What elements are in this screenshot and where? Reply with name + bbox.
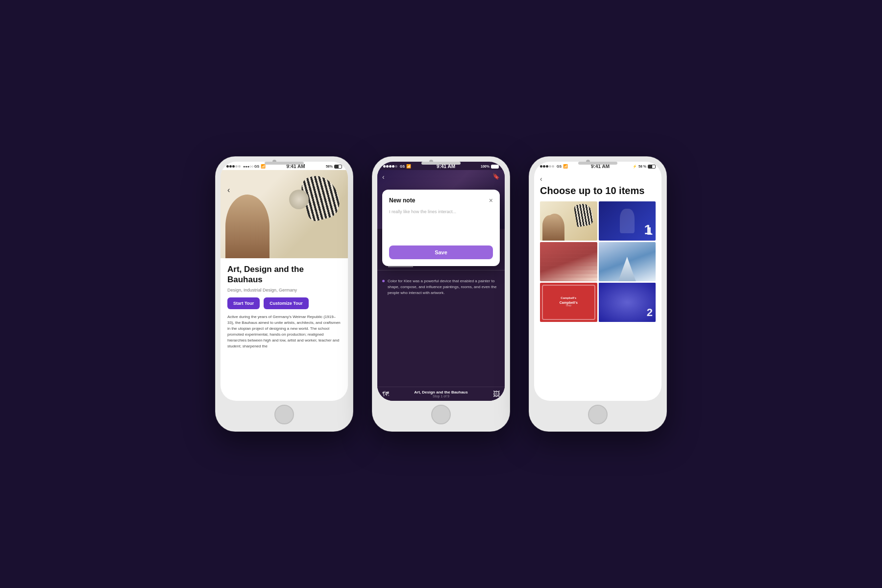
phone3-status-left: GS 📶 <box>540 164 568 169</box>
artwork-cell-5[interactable]: Campbell's Soup <box>540 283 597 322</box>
battery3-body <box>648 165 656 169</box>
phone-1: ●●●○○ GS 📶 9:41 AM 58% <box>216 157 353 431</box>
phone1-header-image: ‹ <box>220 170 348 258</box>
battery3-fill <box>648 165 652 168</box>
art2-figure <box>599 201 656 241</box>
bottom-map-icon[interactable]: 🗺 <box>382 390 389 398</box>
carrier-label: ●●●○○ GS <box>243 165 259 168</box>
phone1-title: Art, Design and the Bauhaus <box>227 264 341 285</box>
modal-note-input[interactable]: I really like how the lines interact... <box>389 208 493 243</box>
wifi2-icon: 📶 <box>406 164 411 169</box>
battery3-pct: 58 % <box>638 165 646 168</box>
phones-container: ●●●○○ GS 📶 9:41 AM 58% <box>216 157 666 431</box>
fact-text: Color for Klee was a powerful device tha… <box>388 278 500 296</box>
signal-dots-2 <box>383 165 397 168</box>
art1-collage <box>540 201 597 241</box>
artwork-cell-3[interactable] <box>540 242 597 281</box>
phone1-status-left: ●●●○○ GS 📶 <box>226 164 266 169</box>
phone2-status-left: GS 📶 <box>383 164 411 169</box>
phone2-bottom-bar: 🗺 Art, Design and the Bauhaus Stop 1 of … <box>377 387 505 401</box>
phone2-home-button[interactable] <box>431 405 451 424</box>
choose-title: Choose up to 10 items <box>540 185 656 196</box>
phone1-home-button[interactable] <box>274 405 294 424</box>
signal-dot-22 <box>386 165 389 168</box>
phone3-speaker <box>578 162 617 165</box>
signal-dot-5 <box>238 165 241 168</box>
wifi-icon: 📶 <box>261 164 266 169</box>
bottom-tour-title: Art, Design and the Bauhaus <box>414 390 467 394</box>
signal-dot-31 <box>540 165 542 168</box>
modal-title: New note <box>389 197 415 204</box>
signal-dot-24 <box>392 165 394 168</box>
carrier3-label: GS <box>557 165 562 168</box>
fact-item: Color for Klee was a powerful device tha… <box>382 278 500 296</box>
signal-dot-25 <box>395 165 397 168</box>
phone-2: GS 📶 9:41 AM 100% ‹ 🔖 <box>372 157 510 431</box>
artwork-cell-4[interactable] <box>599 242 656 281</box>
phone3-content: ‹ Choose up to 10 items 1 <box>534 170 662 401</box>
modal-save-button[interactable]: Save <box>389 245 493 259</box>
artwork-cell-2[interactable]: 1 <box>599 201 656 241</box>
battery-body <box>334 165 342 169</box>
artwork6-badge: 2 <box>647 306 653 319</box>
battery-pct: 58% <box>326 165 333 168</box>
phone1-btn-row: Start Tour Customize Tour <box>227 297 341 309</box>
battery-fill <box>335 165 339 168</box>
modal-header: New note × <box>389 196 493 204</box>
battery3-icon <box>648 165 656 169</box>
phone2-screen: GS 📶 9:41 AM 100% ‹ 🔖 <box>377 162 505 401</box>
signal-dot-34 <box>549 165 551 168</box>
phone2-speaker <box>421 162 461 165</box>
artwork-grid: 1 Campbell's Soup <box>540 201 656 396</box>
battery2-pct: 100% <box>481 165 490 168</box>
signal-dot-23 <box>389 165 392 168</box>
bottom-artwork-icon[interactable]: 🖼 <box>493 390 500 398</box>
can-label: Campbell's Soup <box>561 296 576 308</box>
signal-dot-32 <box>543 165 545 168</box>
phone1-subtitle: Design, Industrial Design, Germany <box>227 288 341 293</box>
phone2-status-right: 100% <box>481 165 499 169</box>
phone1-status-right: 58% <box>326 165 342 169</box>
signal-dot-21 <box>383 165 386 168</box>
phone1-content: Art, Design and the Bauhaus Design, Indu… <box>220 258 348 401</box>
artwork2-badge: 1 <box>647 225 653 238</box>
signal-dots-3 <box>540 165 554 168</box>
bottom-tour-stop: Stop 1 of 9 <box>414 394 467 398</box>
carrier2-label: GS <box>400 165 405 168</box>
new-note-modal: New note × I really like how the lines i… <box>382 190 500 266</box>
signal-dot-33 <box>546 165 548 168</box>
battery-icon <box>334 165 342 169</box>
phone3-status-right: ⚡ 58 % <box>633 165 656 169</box>
artwork-cell-6[interactable]: 2 <box>599 283 656 322</box>
battery2-fill <box>491 165 498 168</box>
battery2-icon <box>491 165 499 169</box>
modal-close-button[interactable]: × <box>489 196 493 204</box>
bottom-title-area: Art, Design and the Bauhaus Stop 1 of 9 <box>414 390 467 398</box>
signal-dot-3 <box>232 165 235 168</box>
phone1-speaker <box>265 162 304 165</box>
art1-zebra <box>573 202 594 227</box>
phone1-back-button[interactable]: ‹ <box>224 185 233 196</box>
phone2-back-button[interactable]: ‹ <box>382 173 385 181</box>
phone3-home-button[interactable] <box>588 405 608 424</box>
start-tour-button[interactable]: Start Tour <box>227 297 260 309</box>
phone1-screen: ●●●○○ GS 📶 9:41 AM 58% <box>220 162 348 401</box>
did-you-know-content: Color for Klee was a powerful device tha… <box>377 274 505 387</box>
collage-orb <box>289 190 309 209</box>
phone3-screen: GS 📶 9:41 AM ⚡ 58 % ‹ Choose up t <box>534 162 662 401</box>
collage-woman <box>225 195 270 258</box>
art1-woman <box>542 215 561 241</box>
signal-dot-4 <box>235 165 238 168</box>
signal-dot-35 <box>552 165 554 168</box>
signal-dot-2 <box>229 165 232 168</box>
signal-dots <box>226 165 241 168</box>
phone2-bookmark-icon[interactable]: 🔖 <box>492 173 500 180</box>
artwork-cell-1[interactable] <box>540 201 597 241</box>
battery2-body <box>491 165 499 169</box>
phone3-back-button[interactable]: ‹ <box>540 175 656 183</box>
signal-dot-1 <box>226 165 229 168</box>
bluetooth-icon: ⚡ <box>633 165 637 169</box>
phone-3: GS 📶 9:41 AM ⚡ 58 % ‹ Choose up t <box>529 157 666 431</box>
customize-tour-button[interactable]: Customize Tour <box>264 297 308 309</box>
bullet-icon <box>382 280 385 282</box>
